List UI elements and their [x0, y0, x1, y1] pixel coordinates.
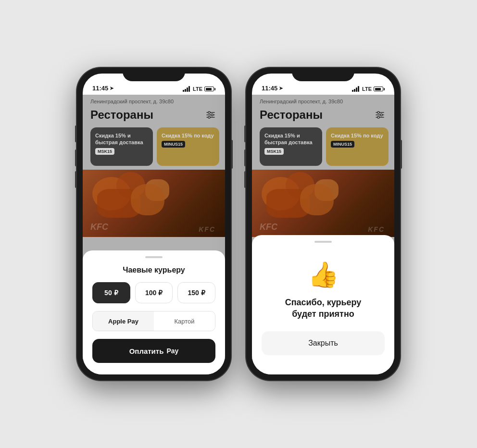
phone-2-inner: 11:45 ➤ LTE — [252, 74, 394, 374]
battery-icon-1 — [204, 87, 215, 91]
svg-point-10 — [380, 114, 382, 116]
notch-2 — [292, 68, 354, 81]
promo-card-4[interactable]: Скидка 15% по коду MINUS15 — [326, 127, 389, 166]
app-content-2: Ленинградский проспект, д. 39с80 Рестора… — [252, 95, 394, 374]
promo-badge-2: MINUS15 — [162, 141, 185, 148]
location-arrow-icon-2: ➤ — [279, 86, 283, 91]
payment-tab-apple-pay[interactable]: Apple Pay — [93, 311, 154, 331]
svg-point-5 — [208, 116, 210, 118]
promo-text-4: Скидка 15% по коду — [331, 132, 384, 139]
sheet-title-1: Чаевые курьеру — [92, 266, 215, 274]
promo-text-3: Скидка 15% и быстрая доставка — [264, 132, 317, 146]
promo-card-1[interactable]: Скидка 15% и быстрая доставка MSK15 — [90, 127, 153, 166]
sheet-handle-1 — [145, 256, 163, 258]
status-icons-2: LTE — [352, 86, 385, 92]
promo-card-2[interactable]: Скидка 15% по коду MINUS15 — [157, 127, 219, 166]
signal-bars-2 — [352, 86, 359, 92]
status-time-2: 11:45 ➤ — [262, 85, 283, 92]
status-icons-1: LTE — [183, 86, 215, 92]
promo-text-2: Скидка 15% по коду — [162, 132, 214, 139]
phone-2: 11:45 ➤ LTE — [246, 68, 400, 380]
page-title-1: Рестораны — [90, 108, 153, 122]
bottom-sheet-2: 👍 Спасибо, курьерубудет приятно Закрыть — [252, 235, 394, 374]
signal-bars-1 — [183, 86, 190, 92]
tip-buttons: 50 ₽ 100 ₽ 150 ₽ — [92, 282, 215, 303]
tip-50[interactable]: 50 ₽ — [92, 282, 130, 303]
payment-tabs: Apple Pay Картой — [92, 311, 215, 331]
success-content: 👍 Спасибо, курьерубудет приятно Закрыть — [262, 250, 385, 363]
promo-badge-1: MSK15 — [95, 148, 114, 155]
phone-1-inner: 11:45 ➤ LTE — [83, 74, 225, 374]
tip-100[interactable]: 100 ₽ — [135, 282, 173, 303]
filter-icon-1[interactable] — [204, 108, 217, 122]
phone-1: 11:45 ➤ LTE — [77, 68, 231, 380]
svg-point-11 — [377, 116, 379, 118]
promo-badge-3: MSK15 — [264, 148, 284, 155]
bottom-sheet-1: Чаевые курьеру 50 ₽ 100 ₽ 150 ₽ Apple Pa… — [83, 250, 225, 374]
promo-cards-1: Скидка 15% и быстрая доставка MSK15 Скид… — [83, 125, 225, 170]
sheet-handle-2 — [314, 241, 332, 243]
filter-icon-2[interactable] — [373, 108, 387, 122]
svg-point-4 — [211, 114, 213, 116]
apple-pay-icon: Pay — [166, 347, 178, 355]
success-text: Спасибо, курьерубудет приятно — [285, 297, 362, 320]
promo-text-1: Скидка 15% и быстрая доставка — [95, 132, 148, 146]
food-area-1: KFC — [83, 170, 225, 237]
thumbs-up-emoji: 👍 — [308, 260, 339, 289]
app-content-1: Ленинградский проспект, д. 39с80 Рестора… — [83, 95, 225, 374]
address-1: Ленинградский проспект, д. 39с80 — [83, 95, 225, 106]
tip-150[interactable]: 150 ₽ — [177, 282, 215, 303]
promo-card-3[interactable]: Скидка 15% и быстрая доставка MSK15 — [260, 127, 322, 166]
battery-icon-2 — [374, 87, 385, 91]
pay-button-label: Оплатить — [129, 347, 164, 355]
payment-tab-card[interactable]: Картой — [154, 311, 215, 331]
svg-point-3 — [208, 112, 210, 113]
notch-1 — [123, 68, 185, 81]
food-area-2: KFC — [252, 170, 394, 237]
page-title-2: Рестораны — [260, 108, 323, 122]
close-button[interactable]: Закрыть — [262, 331, 385, 355]
phones-container: 11:45 ➤ LTE — [77, 68, 400, 380]
svg-point-9 — [377, 112, 379, 113]
location-arrow-icon: ➤ — [110, 86, 113, 91]
page-title-row-1: Рестораны — [83, 106, 225, 125]
promo-badge-4: MINUS15 — [331, 141, 354, 148]
promo-cards-2: Скидка 15% и быстрая доставка MSK15 Скид… — [252, 125, 394, 170]
page-title-row-2: Рестораны — [252, 106, 394, 125]
pay-button[interactable]: Оплатить Pay — [92, 339, 215, 363]
status-time-1: 11:45 ➤ — [92, 85, 113, 92]
address-2: Ленинградский проспект, д. 39с80 — [252, 95, 394, 106]
